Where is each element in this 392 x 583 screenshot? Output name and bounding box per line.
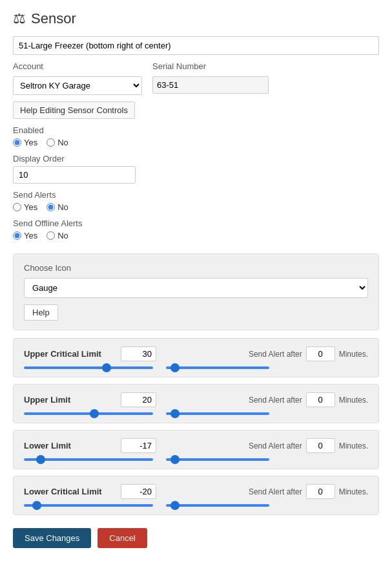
upper-limit-alert-input[interactable] <box>306 392 335 407</box>
upper-limit-alert-slider[interactable] <box>166 412 269 415</box>
lower-limit-slider[interactable] <box>24 458 153 461</box>
help-editing-button[interactable]: Help Editing Sensor Controls <box>13 101 135 119</box>
upper-critical-alert-slider[interactable] <box>166 366 269 369</box>
lower-critical-card: Lower Critical Limit Send Alert after Mi… <box>13 476 379 515</box>
send-offline-alerts-label: Send Offline Alerts <box>13 218 379 228</box>
send-offline-no-radio[interactable] <box>46 231 55 240</box>
lower-limit-value-input[interactable] <box>121 438 156 453</box>
lower-limit-title: Lower Limit <box>24 441 114 450</box>
display-order-input[interactable] <box>13 166 136 184</box>
lower-limit-card: Lower Limit Send Alert after Minutes. <box>13 430 379 469</box>
choose-icon-label: Choose Icon <box>24 263 368 273</box>
sensor-name-input[interactable] <box>13 36 379 55</box>
upper-critical-alert-section: Send Alert after Minutes. <box>249 346 368 361</box>
enabled-yes-radio[interactable] <box>13 138 21 147</box>
lower-critical-slider-row <box>24 504 368 507</box>
upper-limit-card: Upper Limit Send Alert after Minutes. <box>13 384 379 423</box>
upper-critical-minutes-label: Minutes. <box>339 350 368 359</box>
lower-limit-alert-slider[interactable] <box>166 458 269 461</box>
save-changes-button[interactable]: Save Changes <box>13 528 91 548</box>
enabled-radio-group: Yes No <box>13 138 379 147</box>
page-title: Sensor <box>31 10 76 27</box>
cancel-button[interactable]: Cancel <box>98 528 147 548</box>
serial-number-input <box>152 76 269 94</box>
lower-critical-header: Lower Critical Limit Send Alert after Mi… <box>24 484 368 499</box>
upper-critical-header: Upper Critical Limit Send Alert after Mi… <box>24 346 368 361</box>
send-offline-no-label[interactable]: No <box>46 231 68 240</box>
choose-icon-card: Choose Icon Gauge Help <box>13 253 379 330</box>
account-select[interactable]: Seltron KY Garage <box>13 76 142 95</box>
lower-critical-alert-input[interactable] <box>306 484 335 499</box>
send-alerts-label: Send Alerts <box>13 190 379 200</box>
upper-limit-alert-section: Send Alert after Minutes. <box>249 392 368 407</box>
send-alerts-yes-label[interactable]: Yes <box>13 202 37 212</box>
send-alerts-no-label[interactable]: No <box>46 202 68 212</box>
lower-limit-slider-row <box>24 458 368 461</box>
send-alerts-yes-radio[interactable] <box>13 203 21 211</box>
account-label: Account <box>13 61 142 71</box>
enabled-yes-label[interactable]: Yes <box>13 138 37 147</box>
lower-critical-alert-slider[interactable] <box>166 504 269 507</box>
upper-critical-alert-input[interactable] <box>306 346 335 361</box>
upper-critical-card: Upper Critical Limit Send Alert after Mi… <box>13 338 379 377</box>
upper-limit-minutes-label: Minutes. <box>339 396 368 405</box>
display-order-label: Display Order <box>13 154 379 164</box>
account-field: Account Seltron KY Garage <box>13 61 142 95</box>
upper-limit-alert-label: Send Alert after <box>249 396 302 405</box>
enabled-label: Enabled <box>13 125 379 135</box>
enabled-no-radio[interactable] <box>46 138 55 147</box>
lower-limit-header: Lower Limit Send Alert after Minutes. <box>24 438 368 453</box>
send-offline-yes-radio[interactable] <box>13 231 21 240</box>
upper-critical-title: Upper Critical Limit <box>24 349 114 359</box>
lower-limit-alert-section: Send Alert after Minutes. <box>249 438 368 453</box>
footer-buttons: Save Changes Cancel <box>13 528 379 548</box>
send-alerts-no-radio[interactable] <box>46 203 55 211</box>
send-alerts-radio-group: Yes No <box>13 202 379 212</box>
upper-critical-value-input[interactable] <box>121 346 156 361</box>
lower-limit-alert-label: Send Alert after <box>249 441 302 450</box>
sensor-icon: ⚖ <box>13 10 26 27</box>
lower-critical-value-input[interactable] <box>121 484 156 499</box>
upper-limit-title: Upper Limit <box>24 395 114 405</box>
send-offline-radio-group: Yes No <box>13 231 379 240</box>
lower-limit-minutes-label: Minutes. <box>339 441 368 450</box>
icon-select[interactable]: Gauge <box>24 278 368 298</box>
serial-number-label: Serial Number <box>152 61 269 71</box>
enabled-no-label[interactable]: No <box>46 138 68 147</box>
upper-critical-alert-label: Send Alert after <box>249 350 302 359</box>
lower-critical-alert-section: Send Alert after Minutes. <box>249 484 368 499</box>
lower-critical-slider[interactable] <box>24 504 153 507</box>
upper-limit-header: Upper Limit Send Alert after Minutes. <box>24 392 368 407</box>
account-serial-row: Account Seltron KY Garage Serial Number <box>13 61 379 95</box>
lower-critical-minutes-label: Minutes. <box>339 487 368 496</box>
lower-critical-title: Lower Critical Limit <box>24 487 114 496</box>
upper-limit-slider[interactable] <box>24 412 153 415</box>
page-header: ⚖ Sensor <box>13 10 379 27</box>
send-offline-yes-label[interactable]: Yes <box>13 231 37 240</box>
upper-critical-slider-row <box>24 366 368 369</box>
upper-limit-value-input[interactable] <box>121 392 156 407</box>
lower-critical-alert-label: Send Alert after <box>249 487 302 496</box>
upper-limit-slider-row <box>24 412 368 415</box>
upper-critical-slider[interactable] <box>24 366 153 369</box>
help-icon-button[interactable]: Help <box>24 304 58 321</box>
lower-limit-alert-input[interactable] <box>306 438 335 453</box>
serial-number-field: Serial Number <box>152 61 269 95</box>
